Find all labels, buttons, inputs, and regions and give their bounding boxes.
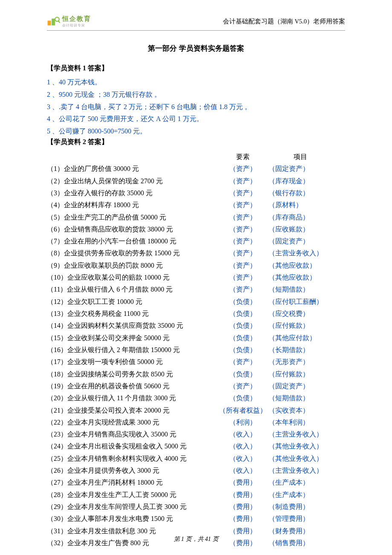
cell-item: （其他应收款） [268,272,332,283]
cell-element: （负债） [217,308,268,320]
cell-item: （短期借款） [268,392,332,404]
cell-item: （其他应收款） [268,260,332,272]
cell-element: （负债） [217,332,268,344]
table-row: （28）企业本月发生生产工人工资 50000 元（费用） （生产成本） [47,489,345,501]
table-row: （16）企业从银行借入 2 年期借款 150000 元（负债） （长期借款） [47,344,345,356]
cell-element: （费用） [217,477,268,489]
cell-element: （资产） [217,187,268,199]
cell-element: （资产） [217,272,268,283]
table-row: （23）企业本月销售商品实现收入 35000 元（收入） （主营业务收入） [47,428,345,440]
table-row: （8）企业提供劳务应收取的劳务款 15000 元（资产）（主营业务收入） [47,247,345,259]
table-row: （10）企业应收取某公司的赔款 10000 元（资产）（其他应收款） [47,272,345,283]
col-element-head: 要素 [217,151,268,163]
cell-item: （其他业务收入） [268,453,332,465]
cell-desc: （20）企业从银行借入 11 个月借款 3000 元 [47,392,217,404]
cell-item: （银行存款） [268,187,332,199]
cell-desc: （4）企业的材料库存 18000 元 [47,199,217,211]
cell-item: （主营业务收入） [268,247,332,259]
cell-item: （应付账款） [268,320,332,332]
logo-text: 恒企教育 [62,15,91,23]
cell-item: （主营业务收入） [268,465,332,477]
table-header: 要素 项目 [47,151,345,163]
cell-element: （资产） [217,247,268,259]
page-footer: 第 1 页，共 41 页 [0,535,392,543]
cell-desc: （11）企业从银行借入 6 个月借款 8000 元 [47,283,217,295]
cell-desc: （18）企业因接纳某公司劳务欠款 8500 元 [47,368,217,380]
answer-line: 4 、公司花了 500 元费用开支，还欠 A 公司 1 万元。 [47,113,345,125]
cell-desc: （29）企业本月发生车间管理人员工资 3000 元 [47,501,217,513]
logo-subtext: 会计培训专家 [62,23,91,28]
cell-item: （固定资产） [268,380,332,392]
table-row: （14）企业因购材料欠某供应商货款 35000 元（负债） （应付账款） [47,320,345,332]
page-header: 恒企教育 会计培训专家 会计基础配套习题（湖南 V5.0）老师用答案 [47,15,345,31]
answer-line: 1 、40 万元本钱。 [47,76,345,89]
cell-element: （负债） [217,296,268,308]
cell-item: （本年利润） [268,416,332,428]
cell-item: （管理费用） [268,513,332,525]
cell-element: （所有者权益） [217,405,268,416]
table-row: （30）企业人事部本月发生水电费 1500 元（费用） （管理费用） [47,513,345,525]
cell-desc: （2）企业出纳人员保管的现金 2700 元 [47,175,217,187]
cell-desc: （9）企业应收取某职员的罚款 8000 元 [47,260,217,272]
cell-desc: （6）企业销售商品应收取的货款 38000 元 [47,223,217,235]
cell-element: （资产） [217,380,268,392]
cell-desc: （22）企业本月实现经营成果 3000 元 [47,416,217,428]
cell-element: （负债） [217,320,268,332]
cell-item: （原材料） [268,199,332,211]
cell-desc: （15）企业收到某公司交来押金 50000 元 [47,332,217,344]
cell-element: （收入） [217,440,268,452]
cell-element: （资产） [217,260,268,272]
cell-item: （短期借款） [268,283,332,295]
cell-item: （应交税费） [268,308,332,320]
table-row: （26）企业本月提供劳务收入 3000 元（收入） （主营业务收入） [47,465,345,477]
cell-element: （资产） [217,356,268,368]
table-row: （9）企业应收取某职员的罚款 8000 元（资产）（其他应收款） [47,260,345,272]
cell-item: （实收资本） [268,405,332,416]
cell-desc: （12）企业欠职工工资 10000 元 [47,296,217,308]
table-row: （18）企业因接纳某公司劳务欠款 8500 元（负债） （应付账款） [47,368,345,380]
cell-item: （应收账款） [268,223,332,235]
cell-item: （主营业务收入） [268,428,332,440]
table-row: （17）企业发明一项专利价值 50000 元（资产） （无形资产） [47,356,345,368]
cell-item: （固定资产） [268,163,332,175]
cell-desc: （28）企业本月发生生产工人工资 50000 元 [47,489,217,501]
table-row: （3）企业存入银行的存款 35000 元（资产）（银行存款） [47,187,345,199]
cell-desc: （19）企业在用的机器设备价值 50600 元 [47,380,217,392]
header-title: 会计基础配套习题（湖南 V5.0）老师用答案 [223,17,345,26]
page-title: 第一部分 学员资料实务题答案 [47,43,345,53]
cell-element: （资产） [217,175,268,187]
cell-element: （费用） [217,513,268,525]
table-row: （11）企业从银行借入 6 个月借款 8000 元（资产）（短期借款） [47,283,345,295]
cell-desc: （17）企业发明一项专利价值 50000 元 [47,356,217,368]
cell-desc: （23）企业本月销售商品实现收入 35000 元 [47,428,217,440]
cell-desc: （10）企业应收取某公司的赔款 10000 元 [47,272,217,283]
section-1-body: 1 、40 万元本钱。2 、9500 元现金 ；38 万元银行存款 。3 、.卖… [47,76,345,138]
answer-line: 5 、公司赚了 8000-500=7500 元。 [47,125,345,138]
table-row: （20）企业从银行借入 11 个月借款 3000 元（负债） （短期借款） [47,392,345,404]
table-row: （25）企业本月销售剩余材料实现收入 4000 元（收入） （其他业务收入） [47,453,345,465]
cell-desc: （5）企业生产完工的产品价值 50000 元 [47,211,217,223]
logo: 恒企教育 会计培训专家 [47,15,91,28]
cell-element: （费用） [217,489,268,501]
cell-element: （负债） [217,368,268,380]
table-row: （27）企业本月生产消耗材料 18000 元（费用） （生产成本） [47,477,345,489]
table-row: （7）企业在用的小汽车一台价值 180000 元（资产）（固定资产） [47,235,345,247]
table-row: （15）企业收到某公司交来押金 50000 元（负债） （其他应付款） [47,332,345,344]
table-row: （12）企业欠职工工资 10000 元（负债）（应付职工薪酬） [47,296,345,308]
cell-desc: （14）企业因购材料欠某供应商货款 35000 元 [47,320,217,332]
cell-element: （收入） [217,465,268,477]
cell-element: （资产） [217,223,268,235]
cell-element: （负债） [217,392,268,404]
cell-item: （无形资产） [268,356,332,368]
section-2-body: （1）企业的厂房价值 30000 元（资产）（固定资产）（2）企业出纳人员保管的… [47,163,345,549]
cell-desc: （3）企业存入银行的存款 35000 元 [47,187,217,199]
cell-element: （收入） [217,453,268,465]
answer-line: 2 、9500 元现金 ；38 万元银行存款 。 [47,89,345,101]
cell-item: （其他业务收入） [268,440,332,452]
cell-item: （库存现金） [268,175,332,187]
cell-element: （资产） [217,163,268,175]
logo-icon [47,16,61,27]
cell-element: （收入） [217,428,268,440]
cell-desc: （21）企业接受某公司投入资本 20000 元 [47,405,217,416]
cell-element: （资产） [217,211,268,223]
